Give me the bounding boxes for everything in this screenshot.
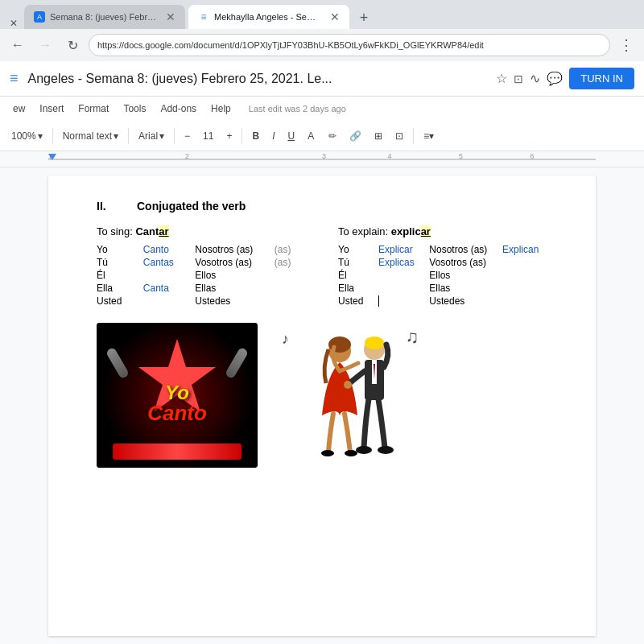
tab-mekhaylla[interactable]: ≡ Mekhaylla Angeles - Semana 8: ... ✕ [188, 5, 349, 29]
fmt-sep-4 [242, 128, 242, 144]
right-row4-col4 [502, 283, 547, 294]
section-title: Conjugated the verb [137, 200, 246, 213]
font-size-decrease[interactable]: − [180, 128, 195, 144]
turn-in-button[interactable]: TURN IN [569, 68, 634, 89]
left-row4-col4 [275, 283, 306, 294]
tab1-close[interactable]: ✕ [166, 10, 175, 23]
right-row3-col4 [502, 270, 547, 281]
right-conjugation-table: To explain: explicar Yo Explicar Nosotro… [338, 225, 547, 307]
svg-point-5 [365, 336, 384, 349]
svg-point-3 [345, 450, 357, 456]
star-icon[interactable]: ☆ [496, 71, 507, 86]
comment-icon[interactable]: 💬 [547, 71, 563, 86]
canto-text: Canto [147, 402, 207, 423]
font-chevron: ▾ [159, 130, 164, 142]
left-table-header: To sing: Cantar [97, 225, 306, 237]
left-row2-col3: Vosotros (as) [195, 257, 268, 268]
doc-type-icon[interactable]: ⊡ [514, 72, 523, 85]
dancing-couple-svg [298, 327, 411, 464]
zoom-selector[interactable]: 100% ▾ [6, 128, 47, 144]
left-row3-col2 [143, 270, 189, 281]
activity-icon[interactable]: ∿ [530, 71, 540, 86]
svg-point-8 [356, 446, 372, 454]
fmt-sep-3 [174, 128, 175, 144]
right-row2-col2: Explicas [378, 257, 423, 268]
style-selector[interactable]: Normal text ▾ [58, 128, 123, 144]
highlight-button[interactable]: ✏ [324, 128, 341, 144]
window-close[interactable]: ✕ [6, 18, 21, 29]
tab-bar: ✕ A Semana 8: (jueves) Febrero 25, 2... … [0, 0, 644, 29]
tab2-favicon: ≡ [198, 11, 209, 23]
font-color-button[interactable]: A [303, 128, 320, 144]
menu-tools[interactable]: Tools [117, 100, 152, 118]
left-row3-col1: Él [97, 270, 137, 281]
image-button[interactable]: ⊡ [390, 128, 408, 144]
svg-point-2 [321, 450, 334, 456]
left-row1-col3: Nosotros (as) [195, 244, 268, 255]
underline-button[interactable]: U [283, 128, 299, 144]
right-row1-col4: Explican [502, 244, 547, 255]
size-text: 11 [203, 130, 213, 142]
left-row5-col3: Ustedes [195, 295, 268, 307]
mic-right [225, 347, 249, 380]
left-row1-col2: Canto [143, 244, 189, 255]
section-header: II. Conjugated the verb [97, 200, 547, 213]
doc-icon: ≡ [10, 70, 19, 87]
refresh-button[interactable]: ↻ [61, 34, 84, 56]
menu-addons[interactable]: Add-ons [154, 100, 203, 118]
fmt-sep-5 [413, 128, 414, 144]
svg-point-9 [378, 446, 394, 454]
address-input[interactable]: https://docs.google.com/document/d/1OPXl… [89, 34, 610, 56]
doc-title[interactable]: Angeles - Semana 8: (jueves) Febrero 25,… [28, 72, 490, 86]
comment-button[interactable]: ⊞ [369, 128, 387, 144]
left-row5-col2 [143, 295, 189, 307]
section-number: II. [97, 200, 121, 213]
right-row3-col3: Ellos [429, 270, 496, 281]
address-bar-row: ← → ↻ https://docs.google.com/document/d… [0, 29, 644, 61]
left-row2-col4: (as) [275, 257, 306, 268]
doc-toolbar-icons: ☆ ⊡ ∿ 💬 [496, 71, 563, 86]
left-row3-col3: Ellos [195, 270, 268, 281]
tab1-favicon: A [34, 11, 45, 23]
tab2-close[interactable]: ✕ [330, 10, 340, 23]
left-conjugation-table: To sing: Cantar Yo Canto Nosotros (as) (… [97, 225, 306, 307]
left-row5-col4 [275, 295, 306, 307]
left-row4-col3: Ellas [195, 283, 268, 294]
text-cursor [378, 295, 379, 307]
align-button[interactable]: ≡▾ [419, 128, 439, 144]
address-text: https://docs.google.com/document/d/1OPXl… [97, 40, 484, 50]
right-row2-col4 [502, 257, 547, 268]
new-tab-button[interactable]: + [353, 6, 375, 29]
menu-bar: ew Insert Format Tools Add-ons Help Last… [0, 97, 644, 121]
left-row4-col1: Ella [97, 283, 137, 294]
bold-button[interactable]: B [247, 128, 264, 144]
conjugation-area: To sing: Cantar Yo Canto Nosotros (as) (… [97, 225, 547, 307]
right-row5-col4 [502, 295, 547, 307]
right-row3-col1: Él [338, 270, 372, 281]
tab-semana8[interactable]: A Semana 8: (jueves) Febrero 25, 2... ✕ [24, 5, 185, 29]
left-row5-col1: Usted [97, 295, 137, 307]
menu-insert[interactable]: Insert [33, 100, 70, 118]
right-row4-col3: Ellas [429, 283, 496, 294]
back-button[interactable]: ← [6, 34, 29, 56]
right-row1-col2: Explicar [378, 244, 423, 255]
ruler: 1 2 3 4 5 6 [0, 151, 644, 167]
right-row1-col3: Nosotros (as) [429, 244, 496, 255]
link-button[interactable]: 🔗 [345, 128, 366, 144]
settings-button[interactable]: ⋮ [615, 34, 638, 56]
menu-format[interactable]: Format [72, 100, 115, 118]
forward-button[interactable]: → [34, 34, 56, 56]
font-value: Arial [138, 130, 158, 142]
font-selector[interactable]: Arial ▾ [134, 128, 169, 144]
yo-canto-bg: Yo Canto [97, 323, 258, 468]
music-note-right: ♫ [406, 327, 419, 348]
font-size-increase[interactable]: + [221, 128, 237, 144]
images-row: Yo Canto ♪ ♫ [97, 323, 547, 468]
italic-button[interactable]: I [267, 128, 279, 144]
menu-view[interactable]: ew [6, 100, 31, 118]
font-size-value[interactable]: 11 [198, 128, 218, 144]
right-row4-col2 [378, 283, 423, 294]
left-row3-col4 [275, 270, 306, 281]
yo-text: Yo [147, 383, 207, 402]
menu-help[interactable]: Help [204, 100, 237, 118]
